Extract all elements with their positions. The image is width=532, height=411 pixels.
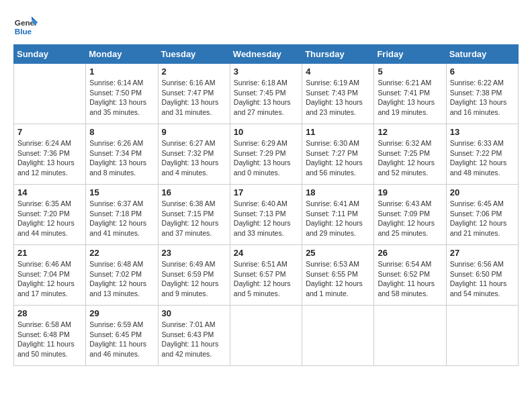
cell-info: Sunrise: 6:19 AMSunset: 7:43 PMDaylight:… bbox=[306, 78, 370, 118]
calendar-cell: 28Sunrise: 6:58 AMSunset: 6:48 PMDayligh… bbox=[14, 306, 86, 366]
day-header-wednesday: Wednesday bbox=[230, 45, 302, 64]
cell-date: 24 bbox=[234, 248, 298, 258]
calendar-cell: 4Sunrise: 6:19 AMSunset: 7:43 PMDaylight… bbox=[302, 64, 374, 124]
cell-date: 15 bbox=[89, 187, 154, 197]
cell-info: Sunrise: 6:54 AMSunset: 6:52 PMDaylight:… bbox=[378, 259, 442, 299]
header: General Blue bbox=[13, 13, 519, 38]
calendar-cell: 20Sunrise: 6:45 AMSunset: 7:06 PMDayligh… bbox=[446, 185, 518, 245]
cell-info: Sunrise: 6:26 AMSunset: 7:34 PMDaylight:… bbox=[89, 138, 154, 178]
calendar-cell: 1Sunrise: 6:14 AMSunset: 7:50 PMDaylight… bbox=[86, 64, 158, 124]
calendar-cell: 21Sunrise: 6:46 AMSunset: 7:04 PMDayligh… bbox=[14, 245, 86, 306]
week-row-1: 1Sunrise: 6:14 AMSunset: 7:50 PMDaylight… bbox=[14, 64, 519, 124]
cell-date: 11 bbox=[306, 127, 370, 137]
calendar-cell bbox=[374, 306, 446, 366]
calendar-cell: 25Sunrise: 6:53 AMSunset: 6:55 PMDayligh… bbox=[302, 245, 374, 306]
cell-info: Sunrise: 6:35 AMSunset: 7:20 PMDaylight:… bbox=[17, 199, 82, 238]
cell-date: 16 bbox=[162, 187, 226, 197]
cell-info: Sunrise: 6:16 AMSunset: 7:47 PMDaylight:… bbox=[162, 78, 226, 118]
cell-info: Sunrise: 6:24 AMSunset: 7:36 PMDaylight:… bbox=[17, 138, 82, 178]
cell-info: Sunrise: 6:18 AMSunset: 7:45 PMDaylight:… bbox=[234, 78, 298, 118]
cell-date: 9 bbox=[162, 127, 226, 137]
cell-info: Sunrise: 6:51 AMSunset: 6:57 PMDaylight:… bbox=[234, 259, 298, 299]
week-row-3: 14Sunrise: 6:35 AMSunset: 7:20 PMDayligh… bbox=[14, 185, 519, 245]
cell-date: 27 bbox=[450, 248, 515, 258]
calendar-cell: 17Sunrise: 6:40 AMSunset: 7:13 PMDayligh… bbox=[230, 185, 302, 245]
week-row-4: 21Sunrise: 6:46 AMSunset: 7:04 PMDayligh… bbox=[14, 245, 519, 306]
cell-date: 20 bbox=[450, 187, 515, 197]
cell-date: 12 bbox=[378, 127, 442, 137]
cell-date: 4 bbox=[306, 66, 370, 77]
day-header-monday: Monday bbox=[86, 45, 158, 64]
day-header-tuesday: Tuesday bbox=[158, 45, 230, 64]
cell-date: 2 bbox=[162, 66, 226, 77]
cell-info: Sunrise: 6:56 AMSunset: 6:50 PMDaylight:… bbox=[450, 259, 515, 299]
cell-info: Sunrise: 6:14 AMSunset: 7:50 PMDaylight:… bbox=[89, 78, 154, 118]
header-row: SundayMondayTuesdayWednesdayThursdayFrid… bbox=[14, 45, 519, 64]
cell-info: Sunrise: 6:41 AMSunset: 7:11 PMDaylight:… bbox=[306, 199, 370, 238]
calendar-cell: 7Sunrise: 6:24 AMSunset: 7:36 PMDaylight… bbox=[14, 124, 86, 185]
calendar-cell: 11Sunrise: 6:30 AMSunset: 7:27 PMDayligh… bbox=[302, 124, 374, 185]
cell-info: Sunrise: 6:43 AMSunset: 7:09 PMDaylight:… bbox=[378, 199, 442, 238]
cell-date: 5 bbox=[378, 66, 442, 77]
cell-info: Sunrise: 6:37 AMSunset: 7:18 PMDaylight:… bbox=[89, 199, 154, 238]
cell-info: Sunrise: 7:01 AMSunset: 6:43 PMDaylight:… bbox=[162, 320, 226, 359]
cell-date: 10 bbox=[234, 127, 298, 137]
cell-info: Sunrise: 6:27 AMSunset: 7:32 PMDaylight:… bbox=[162, 138, 226, 178]
calendar-cell: 10Sunrise: 6:29 AMSunset: 7:29 PMDayligh… bbox=[230, 124, 302, 185]
cell-date: 25 bbox=[306, 248, 370, 258]
cell-info: Sunrise: 6:58 AMSunset: 6:48 PMDaylight:… bbox=[17, 320, 82, 359]
cell-info: Sunrise: 6:22 AMSunset: 7:38 PMDaylight:… bbox=[450, 78, 515, 118]
cell-date: 3 bbox=[234, 66, 298, 77]
cell-info: Sunrise: 6:45 AMSunset: 7:06 PMDaylight:… bbox=[450, 199, 515, 238]
cell-date: 26 bbox=[378, 248, 442, 258]
day-header-friday: Friday bbox=[374, 45, 446, 64]
svg-text:Blue: Blue bbox=[15, 27, 32, 36]
calendar-cell: 9Sunrise: 6:27 AMSunset: 7:32 PMDaylight… bbox=[158, 124, 230, 185]
cell-date: 23 bbox=[162, 248, 226, 258]
day-header-thursday: Thursday bbox=[302, 45, 374, 64]
calendar-cell: 26Sunrise: 6:54 AMSunset: 6:52 PMDayligh… bbox=[374, 245, 446, 306]
cell-date: 21 bbox=[17, 248, 82, 258]
cell-info: Sunrise: 6:46 AMSunset: 7:04 PMDaylight:… bbox=[17, 259, 82, 299]
week-row-2: 7Sunrise: 6:24 AMSunset: 7:36 PMDaylight… bbox=[14, 124, 519, 185]
calendar-cell: 29Sunrise: 6:59 AMSunset: 6:45 PMDayligh… bbox=[86, 306, 158, 366]
calendar: SundayMondayTuesdayWednesdayThursdayFrid… bbox=[13, 44, 519, 366]
calendar-cell: 23Sunrise: 6:49 AMSunset: 6:59 PMDayligh… bbox=[158, 245, 230, 306]
week-row-5: 28Sunrise: 6:58 AMSunset: 6:48 PMDayligh… bbox=[14, 306, 519, 366]
calendar-cell: 5Sunrise: 6:21 AMSunset: 7:41 PMDaylight… bbox=[374, 64, 446, 124]
cell-info: Sunrise: 6:33 AMSunset: 7:22 PMDaylight:… bbox=[450, 138, 515, 178]
calendar-cell: 2Sunrise: 6:16 AMSunset: 7:47 PMDaylight… bbox=[158, 64, 230, 124]
calendar-cell bbox=[302, 306, 374, 366]
calendar-header: SundayMondayTuesdayWednesdayThursdayFrid… bbox=[14, 45, 519, 64]
calendar-cell: 6Sunrise: 6:22 AMSunset: 7:38 PMDaylight… bbox=[446, 64, 518, 124]
cell-date: 17 bbox=[234, 187, 298, 197]
general-blue-icon: General Blue bbox=[13, 13, 38, 38]
cell-info: Sunrise: 6:38 AMSunset: 7:15 PMDaylight:… bbox=[162, 199, 226, 238]
calendar-cell bbox=[446, 306, 518, 366]
day-header-saturday: Saturday bbox=[446, 45, 518, 64]
cell-date: 29 bbox=[89, 308, 154, 318]
calendar-cell: 14Sunrise: 6:35 AMSunset: 7:20 PMDayligh… bbox=[14, 185, 86, 245]
cell-date: 6 bbox=[450, 66, 515, 77]
calendar-cell: 12Sunrise: 6:32 AMSunset: 7:25 PMDayligh… bbox=[374, 124, 446, 185]
calendar-cell: 19Sunrise: 6:43 AMSunset: 7:09 PMDayligh… bbox=[374, 185, 446, 245]
cell-date: 7 bbox=[17, 127, 82, 137]
calendar-cell: 27Sunrise: 6:56 AMSunset: 6:50 PMDayligh… bbox=[446, 245, 518, 306]
calendar-cell: 15Sunrise: 6:37 AMSunset: 7:18 PMDayligh… bbox=[86, 185, 158, 245]
cell-date: 14 bbox=[17, 187, 82, 197]
day-header-sunday: Sunday bbox=[14, 45, 86, 64]
calendar-body: 1Sunrise: 6:14 AMSunset: 7:50 PMDaylight… bbox=[14, 64, 519, 366]
calendar-cell bbox=[14, 64, 86, 124]
cell-date: 1 bbox=[89, 66, 154, 77]
cell-date: 18 bbox=[306, 187, 370, 197]
cell-date: 22 bbox=[89, 248, 154, 258]
cell-info: Sunrise: 6:30 AMSunset: 7:27 PMDaylight:… bbox=[306, 138, 370, 178]
calendar-cell: 30Sunrise: 7:01 AMSunset: 6:43 PMDayligh… bbox=[158, 306, 230, 366]
calendar-cell bbox=[230, 306, 302, 366]
calendar-cell: 18Sunrise: 6:41 AMSunset: 7:11 PMDayligh… bbox=[302, 185, 374, 245]
cell-info: Sunrise: 6:49 AMSunset: 6:59 PMDaylight:… bbox=[162, 259, 226, 299]
cell-date: 30 bbox=[162, 308, 226, 318]
calendar-cell: 13Sunrise: 6:33 AMSunset: 7:22 PMDayligh… bbox=[446, 124, 518, 185]
cell-date: 13 bbox=[450, 127, 515, 137]
logo: General Blue bbox=[13, 13, 40, 38]
